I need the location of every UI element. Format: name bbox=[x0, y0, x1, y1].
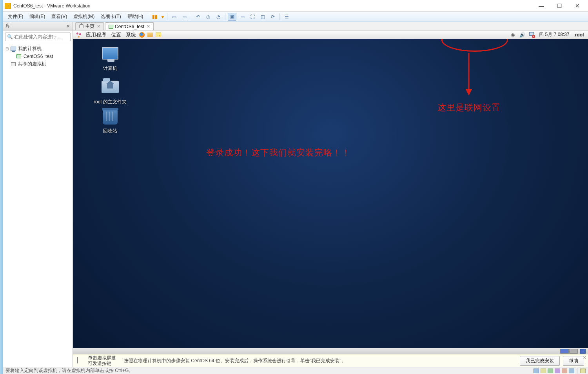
gnome-datetime[interactable]: 四 5月 7 08:37 bbox=[537, 31, 571, 38]
tab-close-button[interactable]: ✕ bbox=[147, 24, 150, 29]
clock1-button[interactable]: ◷ bbox=[204, 13, 212, 21]
library-search-input[interactable] bbox=[14, 34, 73, 40]
device-sound-icon[interactable] bbox=[562, 369, 567, 373]
tree-vm-centos[interactable]: CentOS6_test bbox=[4, 53, 72, 60]
view-cycle-button[interactable]: ⟳ bbox=[269, 13, 277, 21]
svg-marker-1 bbox=[466, 89, 472, 96]
annotation-arrow-icon bbox=[463, 53, 475, 96]
annotation-ellipse bbox=[441, 39, 508, 52]
shared-icon bbox=[10, 61, 16, 67]
monitor-icon bbox=[77, 358, 85, 364]
home-icon bbox=[79, 24, 83, 29]
device-usb-icon[interactable] bbox=[555, 369, 560, 373]
network-icon[interactable]: ✕ bbox=[528, 32, 535, 38]
snapshot-button[interactable]: ▭ bbox=[170, 13, 178, 21]
main-area: 主页 ✕ CentOS6_test ✕ 应用程序 位置 系统 ◉ 🔊 ✕ 四 5… bbox=[73, 22, 588, 367]
firefox-icon[interactable] bbox=[138, 32, 145, 38]
view-console-button[interactable]: ▣ bbox=[228, 13, 236, 21]
install-hint-bar: ✕ 单击虚拟屏幕 可发送按键 按照在物理计算机中的步骤安装 CentOS 64 … bbox=[73, 354, 588, 367]
vm-tab-strip: 主页 ✕ CentOS6_test ✕ bbox=[73, 22, 588, 31]
workspace-2[interactable] bbox=[569, 349, 578, 354]
library-search-box[interactable]: 🔍 ▾ bbox=[5, 33, 71, 41]
minimize-button[interactable]: — bbox=[532, 0, 550, 12]
view-fullscreen-button[interactable]: ⛶ bbox=[248, 13, 257, 21]
desktop-icon-home[interactable]: root 的主文件夹 bbox=[93, 79, 128, 105]
install-done-button[interactable]: 我已完成安装 bbox=[520, 356, 560, 366]
statusbar-icons bbox=[534, 368, 586, 374]
gnome-top-panel: 应用程序 位置 系统 ◉ 🔊 ✕ 四 5月 7 08:37 root bbox=[73, 31, 588, 39]
menu-help[interactable]: 帮助(H) bbox=[124, 13, 147, 21]
pause-dropdown[interactable]: ▾ bbox=[161, 13, 165, 21]
gedit-icon[interactable] bbox=[155, 32, 162, 38]
pause-button[interactable]: ▮▮ bbox=[151, 13, 159, 21]
tab-home[interactable]: 主页 ✕ bbox=[75, 22, 104, 30]
icon-label: 回收站 bbox=[93, 128, 128, 134]
close-button[interactable]: ✕ bbox=[568, 0, 586, 12]
desktop-icon-computer[interactable]: 计算机 bbox=[93, 47, 128, 72]
gnome-menu-system[interactable]: 系统 bbox=[123, 31, 138, 38]
hint-message: 按照在物理计算机中的步骤安装 CentOS 64 位。安装完成后，操作系统会进行… bbox=[124, 358, 346, 364]
nautilus-icon[interactable] bbox=[147, 32, 154, 38]
vm-desktop[interactable]: 计算机 root 的主文件夹 回收站 这里是联网设置 登录成功！这下我们就安装完… bbox=[73, 39, 588, 354]
view-unity-button[interactable]: ◫ bbox=[258, 13, 267, 21]
show-desktop-icon[interactable] bbox=[580, 349, 586, 354]
menu-tabs[interactable]: 选项卡(T) bbox=[98, 13, 124, 21]
tree-my-computer[interactable]: ⊟ 我的计算机 bbox=[4, 45, 72, 53]
library-tree: ⊟ 我的计算机 CentOS6_test 共享的虚拟机 bbox=[3, 43, 73, 70]
device-net-icon[interactable] bbox=[548, 369, 553, 373]
revert-button[interactable]: ↶ bbox=[194, 13, 202, 21]
maximize-button[interactable]: ☐ bbox=[550, 0, 568, 12]
gnome-menu-applications[interactable]: 应用程序 bbox=[83, 31, 109, 38]
search-icon: 🔍 bbox=[7, 34, 13, 40]
tab-label: 主页 bbox=[85, 23, 94, 30]
menu-view[interactable]: 查看(V) bbox=[48, 13, 70, 21]
computer-icon bbox=[10, 46, 16, 52]
tab-label: CentOS6_test bbox=[115, 24, 144, 29]
statusbar: 要将输入定向到该虚拟机，请在虚拟机内部单击或按 Ctrl+G。 bbox=[3, 367, 588, 374]
tree-shared-vms[interactable]: 共享的虚拟机 bbox=[4, 60, 72, 68]
help-button[interactable]: 帮助 bbox=[563, 356, 584, 366]
workspace-switcher[interactable] bbox=[560, 349, 578, 354]
tree-label: 共享的虚拟机 bbox=[18, 61, 46, 67]
gnome-bottom-panel bbox=[73, 348, 588, 354]
device-printer-icon[interactable] bbox=[569, 369, 574, 373]
annotation-network-text: 这里是联网设置 bbox=[437, 102, 501, 114]
tab-close-button[interactable]: ✕ bbox=[97, 24, 100, 29]
menubar: 文件(F) 编辑(E) 查看(V) 虚拟机(M) 选项卡(T) 帮助(H) ▮▮… bbox=[3, 12, 588, 22]
tree-label: CentOS6_test bbox=[24, 54, 53, 59]
menu-file[interactable]: 文件(F) bbox=[5, 13, 26, 21]
device-hdd-icon[interactable] bbox=[534, 369, 539, 373]
clock2-button[interactable]: ◔ bbox=[214, 13, 223, 21]
desktop-icon-trash[interactable]: 回收站 bbox=[93, 110, 128, 134]
library-toggle-button[interactable]: ☰ bbox=[282, 13, 291, 21]
gnome-user[interactable]: root bbox=[573, 32, 586, 38]
library-title: 库 bbox=[5, 23, 66, 29]
tree-toggle-icon[interactable]: ⊟ bbox=[5, 47, 10, 51]
device-msg-icon[interactable] bbox=[580, 369, 586, 373]
update-icon[interactable]: ◉ bbox=[509, 32, 516, 38]
window-title: CentOS6_test - VMware Workstation bbox=[13, 3, 91, 9]
icon-label: 计算机 bbox=[93, 65, 128, 72]
device-cd-icon[interactable] bbox=[541, 369, 546, 373]
tree-label: 我的计算机 bbox=[18, 45, 42, 52]
annotation-success-text: 登录成功！这下我们就安装完咯！！ bbox=[206, 147, 350, 159]
tab-centos[interactable]: CentOS6_test ✕ bbox=[105, 22, 154, 30]
view-single-button[interactable]: ▭ bbox=[238, 13, 247, 21]
hint-title: 单击虚拟屏幕 可发送按键 bbox=[88, 355, 116, 367]
gnome-menu-places[interactable]: 位置 bbox=[109, 31, 123, 38]
hint-close-button[interactable]: ✕ bbox=[583, 355, 586, 360]
vm-icon bbox=[109, 24, 113, 29]
gnome-foot-icon[interactable] bbox=[75, 32, 82, 38]
menu-edit[interactable]: 编辑(E) bbox=[26, 13, 48, 21]
workspace-1[interactable] bbox=[560, 349, 569, 354]
vm-icon bbox=[16, 54, 22, 59]
status-message: 要将输入定向到该虚拟机，请在虚拟机内部单击或按 Ctrl+G。 bbox=[5, 367, 133, 374]
window-titlebar: □ CentOS6_test - VMware Workstation — ☐ … bbox=[3, 0, 588, 12]
icon-label: root 的主文件夹 bbox=[93, 99, 128, 105]
menu-vm[interactable]: 虚拟机(M) bbox=[70, 13, 98, 21]
volume-icon[interactable]: 🔊 bbox=[519, 32, 526, 38]
library-close-button[interactable]: ✕ bbox=[66, 23, 70, 29]
library-sidebar: 库 ✕ 🔍 ▾ ⊟ 我的计算机 CentOS6_test 共享的虚拟机 bbox=[3, 22, 73, 367]
app-icon: □ bbox=[5, 3, 11, 9]
snapshot-mgr-button[interactable]: ▭̤ bbox=[180, 13, 189, 21]
